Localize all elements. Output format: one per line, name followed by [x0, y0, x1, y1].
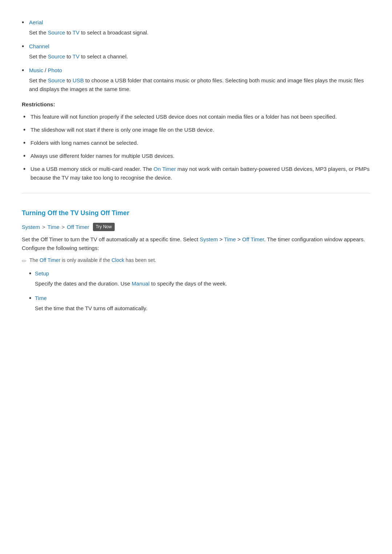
list-item-time: Time Set the time that the TV turns off …: [29, 294, 370, 313]
try-now-badge[interactable]: Try Now: [93, 223, 115, 231]
channel-desc: Set the Source to TV to select a channel…: [29, 52, 370, 61]
usb-link: USB: [73, 77, 84, 83]
source-link-channel: Source: [48, 53, 65, 59]
photo-link: Photo: [48, 67, 62, 73]
music-photo-desc: Set the Source to USB to choose a USB fo…: [29, 76, 370, 94]
intro-paragraph: Set the Off Timer to turn the TV off aut…: [22, 235, 370, 253]
time-desc: Set the time that the TV turns off autom…: [35, 304, 147, 313]
source-link-usb: Source: [48, 77, 65, 83]
list-item-aerial: Aerial Set the Source to TV to select a …: [22, 18, 370, 37]
list-item-channel: Channel Set the Source to TV to select a…: [22, 42, 370, 61]
time-label: Time: [35, 295, 47, 301]
section-title: Turning Off the TV Using Off Timer: [22, 208, 370, 218]
restrictions-heading: Restrictions:: [22, 100, 370, 109]
restriction-item-5: Use a USB memory stick or multi-card rea…: [22, 165, 370, 182]
system-link-intro: System: [200, 236, 218, 242]
off-timer-note-link: Off Timer: [40, 257, 60, 263]
restriction-item-3: Folders with long names cannot be select…: [22, 139, 370, 147]
channel-label: Channel: [29, 43, 49, 49]
music-photo-label: Music / Photo: [29, 67, 62, 73]
list-item-music-photo: Music / Photo Set the Source to USB to c…: [22, 66, 370, 94]
list-item-setup: Setup Specify the dates and the duration…: [29, 269, 370, 288]
top-bullet-list: Aerial Set the Source to TV to select a …: [22, 18, 370, 94]
aerial-desc: Set the Source to TV to select a broadca…: [29, 28, 370, 37]
setup-label: Setup: [35, 270, 49, 276]
tv-link-aerial: TV: [73, 29, 79, 36]
restriction-item-1: This feature will not function properly …: [22, 112, 370, 121]
manual-link: Manual: [132, 280, 150, 287]
music-link: Music: [29, 67, 43, 73]
restriction-list: This feature will not function properly …: [22, 112, 370, 182]
clock-note-link: Clock: [111, 257, 124, 263]
note-text: The Off Timer is only available if the C…: [29, 256, 156, 264]
time-link-intro: Time: [224, 236, 236, 242]
restriction-item-4: Always use different folder names for mu…: [22, 152, 370, 160]
setup-desc: Specify the dates and the duration. Use …: [35, 279, 227, 288]
on-timer-link: On Timer: [154, 166, 176, 172]
pencil-icon: ✏: [22, 257, 26, 266]
section-divider: [22, 193, 370, 193]
breadcrumb: System > Time > Off Timer Try Now: [22, 223, 370, 231]
tv-link-channel: TV: [73, 53, 79, 59]
note-line: ✏ The Off Timer is only available if the…: [22, 256, 370, 266]
chevron-2: >: [62, 223, 65, 231]
breadcrumb-time: Time: [48, 223, 60, 231]
breadcrumb-system: System: [22, 223, 40, 231]
sub-bullet-list: Setup Specify the dates and the duration…: [22, 269, 370, 313]
aerial-label: Aerial: [29, 19, 43, 25]
chevron-1: >: [42, 223, 45, 231]
restriction-item-2: The slideshow will not start if there is…: [22, 126, 370, 134]
source-link-aerial: Source: [48, 29, 65, 36]
off-timer-link-intro: Off Timer: [242, 236, 264, 242]
breadcrumb-off-timer: Off Timer: [67, 223, 89, 231]
